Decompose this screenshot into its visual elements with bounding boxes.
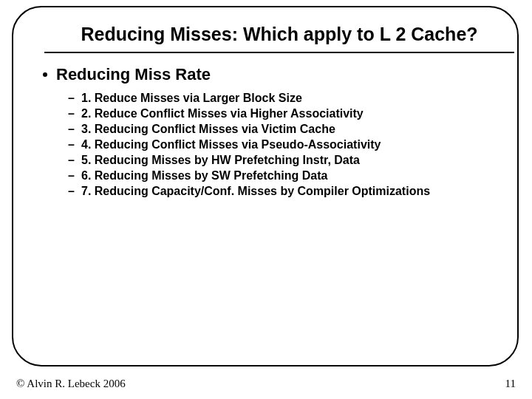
dash-icon: – — [68, 138, 81, 151]
list-item: –2. Reduce Conflict Misses via Higher As… — [68, 107, 516, 120]
list-item: –6. Reducing Misses by SW Prefetching Da… — [68, 169, 516, 183]
bullet-dot-icon — [43, 72, 47, 77]
item-text: 4. Reducing Conflict Misses via Pseudo-A… — [81, 138, 381, 151]
dash-icon: – — [68, 154, 81, 167]
dash-icon: – — [68, 169, 81, 183]
title-underline — [44, 52, 514, 53]
dash-icon: – — [68, 123, 81, 136]
item-text: 5. Reducing Misses by HW Prefetching Ins… — [81, 154, 360, 167]
list-item: –1. Reduce Misses via Larger Block Size — [68, 92, 516, 105]
item-text: 7. Reducing Capacity/Conf. Misses by Com… — [81, 185, 430, 198]
dash-icon: – — [68, 92, 81, 105]
dash-icon: – — [68, 107, 81, 120]
item-text: 1. Reduce Misses via Larger Block Size — [81, 92, 302, 105]
list-item: –5. Reducing Misses by HW Prefetching In… — [68, 154, 516, 167]
list-item: –4. Reducing Conflict Misses via Pseudo-… — [68, 138, 516, 151]
footer-copyright: © Alvin R. Lebeck 2006 — [16, 378, 126, 390]
item-text: 3. Reducing Conflict Misses via Victim C… — [81, 123, 335, 136]
item-list: –1. Reduce Misses via Larger Block Size … — [68, 92, 516, 198]
item-text: 6. Reducing Misses by SW Prefetching Dat… — [81, 169, 327, 183]
slide-content: Reducing Miss Rate –1. Reduce Misses via… — [43, 65, 516, 200]
slide-title: Reducing Misses: Which apply to L 2 Cach… — [50, 24, 508, 45]
dash-icon: – — [68, 185, 81, 198]
slide-frame: Reducing Misses: Which apply to L 2 Cach… — [12, 6, 519, 366]
bullet-row: Reducing Miss Rate — [43, 65, 516, 84]
subheading: Reducing Miss Rate — [56, 65, 211, 84]
list-item: –7. Reducing Capacity/Conf. Misses by Co… — [68, 185, 516, 198]
footer-page-number: 11 — [505, 378, 516, 390]
list-item: –3. Reducing Conflict Misses via Victim … — [68, 123, 516, 136]
item-text: 2. Reduce Conflict Misses via Higher Ass… — [81, 107, 364, 120]
